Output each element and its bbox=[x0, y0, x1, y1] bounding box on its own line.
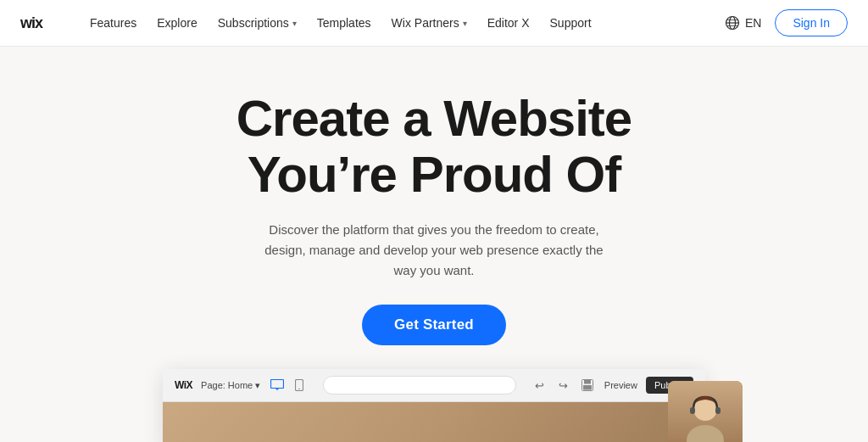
nav-item-wix-partners[interactable]: Wix Partners ▾ bbox=[383, 11, 476, 35]
browser-content bbox=[163, 402, 705, 442]
wix-logo[interactable]: wix bbox=[20, 14, 58, 32]
page-dropdown[interactable]: Page: Home ▾ bbox=[201, 380, 260, 391]
undo-icon[interactable]: ↩ bbox=[531, 377, 548, 394]
svg-point-17 bbox=[687, 425, 724, 442]
save-icon[interactable] bbox=[579, 377, 596, 394]
svg-point-10 bbox=[298, 389, 300, 390]
chevron-down-icon: ▾ bbox=[255, 380, 260, 391]
svg-rect-13 bbox=[583, 385, 592, 390]
side-thumbnail bbox=[668, 381, 743, 442]
chevron-down-icon: ▾ bbox=[463, 19, 467, 28]
svg-text:wix: wix bbox=[20, 14, 43, 31]
hero-subtitle: Discover the platform that gives you the… bbox=[252, 220, 616, 281]
get-started-button[interactable]: Get Started bbox=[362, 305, 506, 345]
svg-rect-6 bbox=[271, 380, 284, 389]
nav-item-editor-x[interactable]: Editor X bbox=[479, 11, 538, 35]
address-bar[interactable] bbox=[323, 376, 516, 394]
nav-menu: Features Explore Subscriptions ▾ Templat… bbox=[81, 11, 725, 35]
person-illustration bbox=[671, 385, 739, 442]
nav-item-subscriptions[interactable]: Subscriptions ▾ bbox=[209, 11, 305, 35]
browser-nav-icons: ↩ ↪ bbox=[531, 377, 596, 394]
browser-wix-logo: WiX bbox=[175, 379, 192, 391]
globe-icon bbox=[725, 15, 740, 31]
language-selector[interactable]: EN bbox=[725, 15, 761, 31]
svg-rect-16 bbox=[715, 407, 721, 414]
desktop-icon[interactable] bbox=[269, 377, 286, 394]
hero-section: Create a Website You’re Proud Of Discove… bbox=[0, 47, 868, 442]
preview-button[interactable]: Preview bbox=[604, 380, 637, 390]
navbar: wix Features Explore Subscriptions ▾ Tem… bbox=[0, 0, 868, 47]
svg-rect-15 bbox=[690, 407, 695, 414]
hero-title: Create a Website You’re Proud Of bbox=[236, 91, 632, 203]
nav-item-support[interactable]: Support bbox=[542, 11, 600, 35]
redo-icon[interactable]: ↪ bbox=[555, 377, 572, 394]
browser-window: WiX Page: Home ▾ bbox=[163, 369, 705, 442]
svg-rect-12 bbox=[584, 380, 591, 384]
chevron-down-icon: ▾ bbox=[292, 19, 297, 28]
browser-toolbar: WiX Page: Home ▾ bbox=[163, 369, 705, 402]
nav-item-features[interactable]: Features bbox=[81, 11, 145, 35]
sign-in-button[interactable]: Sign In bbox=[775, 9, 848, 36]
browser-device-icons bbox=[269, 377, 308, 394]
mobile-icon[interactable] bbox=[291, 377, 308, 394]
nav-item-templates[interactable]: Templates bbox=[309, 11, 380, 35]
nav-item-explore[interactable]: Explore bbox=[148, 11, 205, 35]
navbar-right: EN Sign In bbox=[725, 9, 848, 36]
browser-preview: WiX Page: Home ▾ bbox=[0, 369, 868, 442]
language-label: EN bbox=[745, 16, 761, 30]
